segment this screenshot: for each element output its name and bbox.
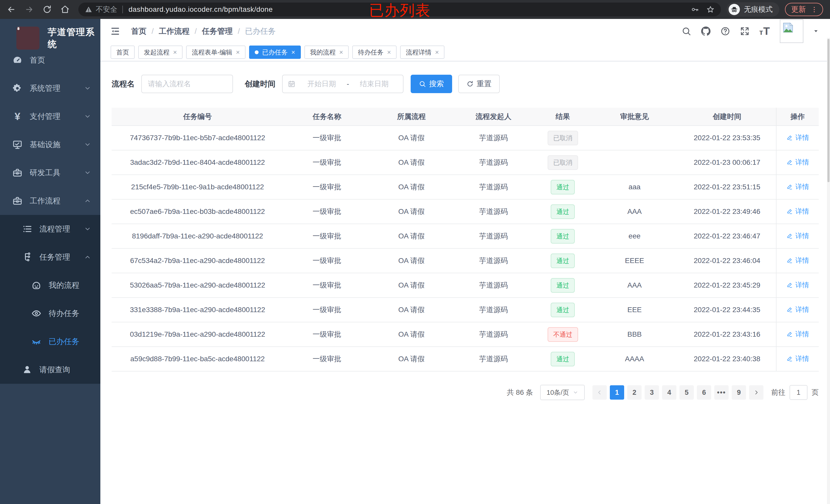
update-button[interactable]: 更新 (785, 3, 823, 16)
pencil-icon (786, 331, 793, 337)
caret-down-icon[interactable] (813, 28, 819, 34)
tab-我的流程[interactable]: 我的流程× (305, 45, 349, 59)
table-row[interactable]: 67c534a2-7b9a-11ec-a290-acde48001122 一级审… (111, 248, 819, 273)
date-range-picker[interactable]: 开始日期 - 结束日期 (282, 75, 404, 93)
home-icon[interactable] (60, 5, 72, 14)
table-row[interactable]: ec507ae6-7b9a-11ec-b03b-acde48001122 一级审… (111, 199, 819, 224)
page-button-3[interactable]: 3 (645, 385, 659, 400)
table-row[interactable]: 215cf4e5-7b9b-11ec-9a1b-acde48001122 一级审… (111, 175, 819, 199)
close-icon[interactable]: × (236, 49, 240, 56)
search-button[interactable]: 搜索 (411, 75, 452, 93)
hamburger-icon[interactable] (110, 26, 120, 36)
sidebar-item-基础设施[interactable]: 基础设施 (0, 131, 100, 159)
github-icon[interactable] (701, 26, 711, 36)
end-date-placeholder[interactable]: 结束日期 (351, 79, 398, 89)
forward-icon[interactable] (25, 5, 36, 14)
detail-link[interactable]: 详情 (786, 231, 809, 240)
table-row[interactable]: 331e3388-7b9a-11ec-a290-acde48001122 一级审… (111, 298, 819, 322)
detail-link[interactable]: 详情 (786, 158, 809, 167)
col-result: 结果 (535, 108, 591, 126)
next-page-button[interactable] (749, 385, 763, 400)
table-row[interactable]: 74736737-7b9b-11ec-b5b7-acde48001122 一级审… (111, 126, 819, 150)
detail-link[interactable]: 详情 (786, 256, 809, 265)
tab-首页[interactable]: 首页 (110, 45, 135, 59)
sidebar-item-研发工具[interactable]: 研发工具 (0, 159, 100, 187)
breadcrumb-item[interactable]: 任务管理 (202, 26, 233, 37)
infra-icon (12, 139, 23, 150)
detail-link[interactable]: 详情 (786, 330, 809, 339)
detail-link[interactable]: 详情 (786, 207, 809, 216)
url-text[interactable]: dashboard.yudao.iocoder.cn/bpm/task/done (129, 5, 273, 13)
detail-label: 详情 (795, 231, 809, 240)
sidebar-item-首页[interactable]: 首页 (0, 46, 100, 74)
scrollbar-thumb[interactable] (827, 39, 829, 182)
prev-page-button[interactable] (593, 385, 607, 400)
update-label[interactable]: 更新 (791, 4, 806, 14)
back-icon[interactable] (7, 5, 18, 14)
key-icon[interactable] (691, 6, 699, 13)
table-row[interactable]: 3adac3d2-7b9d-11ec-8404-acde48001122 一级审… (111, 150, 819, 175)
detail-link[interactable]: 详情 (786, 305, 809, 314)
result-badge: 通过 (551, 229, 575, 243)
pencil-icon (786, 233, 793, 239)
avatar[interactable] (780, 20, 803, 43)
fullscreen-icon[interactable] (740, 26, 749, 36)
tab-流程详情[interactable]: 流程详情× (400, 45, 444, 59)
page-button-1[interactable]: 1 (610, 385, 624, 400)
detail-link[interactable]: 详情 (786, 133, 809, 142)
reset-button[interactable]: 重置 (458, 75, 500, 93)
font-size-icon[interactable]: тT (759, 25, 770, 37)
page-button-2[interactable]: 2 (627, 385, 642, 400)
warning-icon (85, 6, 92, 13)
page-button-9[interactable]: 9 (732, 385, 746, 400)
start-date-placeholder[interactable]: 开始日期 (298, 79, 345, 89)
process-name-input[interactable] (141, 75, 233, 93)
more-pages-icon[interactable]: ••• (714, 385, 729, 400)
sidebar-item-已办任务[interactable]: 已办任务 (0, 328, 100, 356)
close-icon[interactable]: × (173, 49, 177, 56)
breadcrumb-item[interactable]: 工作流程 (159, 26, 189, 37)
security-label[interactable]: 不安全 (96, 5, 117, 14)
page-button-4[interactable]: 4 (662, 385, 676, 400)
reload-icon[interactable] (42, 5, 54, 14)
sidebar-item-流程管理[interactable]: 流程管理 (0, 215, 100, 243)
scrollbar[interactable] (827, 38, 830, 504)
detail-link[interactable]: 详情 (786, 354, 809, 363)
sidebar-item-任务管理[interactable]: 任务管理 (0, 243, 100, 271)
close-icon[interactable]: × (387, 49, 391, 56)
initiator-cell: 芋道源码 (452, 273, 534, 298)
tab-已办任务[interactable]: 已办任务× (249, 45, 301, 59)
kebab-menu-icon[interactable] (810, 6, 818, 13)
sidebar-item-我的流程[interactable]: 我的流程 (0, 271, 100, 299)
search-icon[interactable] (681, 26, 691, 36)
close-icon[interactable]: × (435, 49, 439, 56)
star-icon[interactable] (707, 6, 714, 13)
sidebar-item-工作流程[interactable]: 工作流程 (0, 187, 100, 215)
sidebar-item-请假查询[interactable]: 请假查询 (0, 356, 100, 384)
tab-流程表单-编辑[interactable]: 流程表单-编辑× (186, 45, 246, 59)
tab-待办任务[interactable]: 待办任务× (352, 45, 396, 59)
result-badge: 不通过 (548, 327, 578, 342)
sidebar-item-系统管理[interactable]: 系统管理 (0, 74, 100, 102)
process-cell: OA 请假 (371, 199, 452, 224)
detail-link[interactable]: 详情 (786, 182, 809, 191)
result-badge: 通过 (551, 278, 575, 293)
sidebar-item-支付管理[interactable]: ¥支付管理 (0, 102, 100, 131)
sidebar-item-待办任务[interactable]: 待办任务 (0, 299, 100, 328)
detail-link[interactable]: 详情 (786, 280, 809, 290)
page-button-5[interactable]: 5 (679, 385, 694, 400)
table-row[interactable]: 53026aa5-7b9a-11ec-a290-acde48001122 一级审… (111, 273, 819, 298)
table-row[interactable]: 03d1219e-7b9a-11ec-a290-acde48001122 一级审… (111, 322, 819, 347)
table-row[interactable]: a59c9d88-7b99-11ec-ba5c-acde48001122 一级审… (111, 347, 819, 371)
page-button-6[interactable]: 6 (697, 385, 711, 400)
close-icon[interactable]: × (339, 49, 343, 56)
table-row[interactable]: 8196daff-7b9a-11ec-a290-acde48001122 一级审… (111, 224, 819, 248)
chevron-up-icon (84, 254, 91, 261)
close-icon[interactable]: × (291, 49, 295, 56)
page-size-select[interactable]: 10条/页 (540, 385, 585, 400)
tab-发起流程[interactable]: 发起流程× (138, 45, 183, 59)
breadcrumb-item[interactable]: 首页 (131, 26, 147, 37)
result-badge: 通过 (551, 352, 575, 366)
goto-page-input[interactable] (790, 385, 807, 400)
help-icon[interactable] (721, 26, 730, 36)
